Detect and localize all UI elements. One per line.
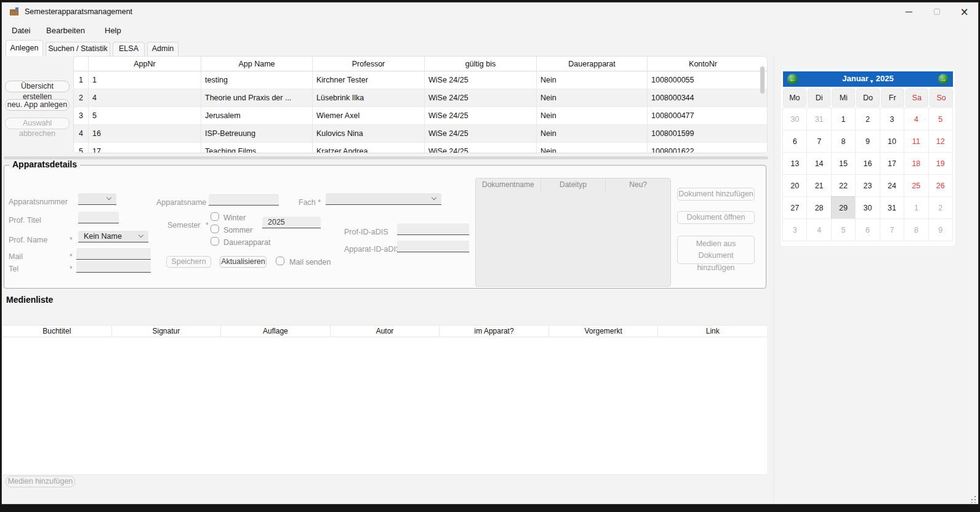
fach-combo[interactable] <box>326 193 441 205</box>
medien-hinzufuegen-button[interactable]: Medien hinzufügen <box>6 476 75 487</box>
semester-year-field[interactable] <box>262 217 321 228</box>
dauerapparat-radio[interactable] <box>211 237 219 246</box>
calendar-day[interactable]: 21 <box>806 174 831 197</box>
calendar-day[interactable]: 30 <box>782 108 807 130</box>
calendar-day[interactable]: 31 <box>880 196 904 219</box>
calendar-day[interactable]: 23 <box>855 174 880 197</box>
calendar-day[interactable]: 28 <box>806 196 831 219</box>
column-header-dauerapparat[interactable]: Dauerapparat <box>537 57 648 71</box>
calendar-day[interactable]: 15 <box>831 152 856 175</box>
calendar-day[interactable]: 4 <box>904 108 928 130</box>
column-header-kontonr[interactable]: KontoNr <box>648 57 758 71</box>
calendar-day[interactable]: 29 <box>831 196 856 219</box>
table-row[interactable]: 24Theorie und Praxis der ...Lüsebrink Il… <box>74 89 767 107</box>
calendar-day[interactable]: 10 <box>880 130 904 153</box>
media-column-autor[interactable]: Autor <box>331 326 440 337</box>
calendar-day[interactable]: 31 <box>806 108 831 130</box>
calendar-day[interactable]: 3 <box>880 108 904 130</box>
prof-titel-field[interactable] <box>78 212 119 223</box>
tab-elsa[interactable]: ELSA <box>113 42 145 56</box>
maximize-button[interactable] <box>923 2 950 21</box>
media-column-buchtitel[interactable]: Buchtitel <box>2 326 112 337</box>
calendar-month-year[interactable]: Januar▼2025 <box>842 74 893 84</box>
calendar-day[interactable]: 9 <box>855 130 880 153</box>
minimize-button[interactable] <box>895 2 923 21</box>
calendar-day[interactable]: 13 <box>782 152 807 175</box>
calendar-day[interactable]: 2 <box>855 108 880 130</box>
calendar-day[interactable]: 24 <box>880 174 904 197</box>
calendar-day[interactable]: 11 <box>904 130 928 153</box>
table-vertical-scrollbar[interactable] <box>760 66 765 94</box>
column-header-gueltig-bis[interactable]: gültig bis <box>425 57 537 71</box>
cancel-selection-button[interactable]: Auswahl abbrechen <box>5 118 70 129</box>
calendar-day[interactable]: 2 <box>928 196 953 219</box>
medien-aus-dokument-button[interactable]: Medien aus Dokument hinzufügen <box>677 236 755 264</box>
menu-help[interactable]: Help <box>102 25 124 36</box>
tab-admin[interactable]: Admin <box>147 42 179 56</box>
column-header-professor[interactable]: Professor <box>313 57 425 71</box>
calendar-day[interactable]: 5 <box>928 108 953 130</box>
calendar-day[interactable]: 18 <box>904 152 928 175</box>
calendar-day[interactable]: 19 <box>928 152 953 175</box>
calendar-day[interactable]: 4 <box>806 218 831 241</box>
dokument-oeffnen-button[interactable]: Dokument öffnen <box>677 211 755 224</box>
calendar-day[interactable]: 8 <box>904 218 928 241</box>
speichern-button[interactable]: Speichern <box>166 256 211 268</box>
calendar-day[interactable]: 16 <box>855 152 880 175</box>
calendar-day[interactable]: 14 <box>806 152 831 175</box>
tab-suchen-statistik[interactable]: Suchen / Statistik <box>46 42 110 56</box>
apparat-id-adis-field[interactable] <box>397 241 469 252</box>
apparatsname-field[interactable] <box>209 194 279 206</box>
calendar-day[interactable]: 25 <box>904 174 928 197</box>
media-column-signatur[interactable]: Signatur <box>112 326 222 337</box>
calendar-day[interactable]: 27 <box>782 196 807 219</box>
aktualisieren-button[interactable]: Aktualisieren <box>220 256 267 268</box>
table-row[interactable]: 35JerusalemWiemer AxelWiSe 24/25Nein1008… <box>74 107 767 125</box>
calendar-prev-button[interactable]: ← <box>787 74 798 84</box>
media-column-auflage[interactable]: Auflage <box>221 326 331 337</box>
calendar-day[interactable]: 7 <box>806 130 831 153</box>
calendar-day[interactable]: 22 <box>831 174 856 197</box>
table-row[interactable]: 517Teaching FilmsKratzer AndreaWiSe 24/2… <box>74 143 767 153</box>
column-header-app-name[interactable]: App Name <box>201 57 313 71</box>
calendar-day[interactable]: 7 <box>880 218 904 241</box>
table-row[interactable]: 416ISP-BetreuungKulovics NinaWiSe 24/25N… <box>74 125 767 143</box>
calendar-day[interactable]: 1 <box>831 108 856 130</box>
calendar-day[interactable]: 20 <box>782 174 807 197</box>
media-column-im-apparat[interactable]: im Apparat? <box>440 326 549 337</box>
calendar-day[interactable]: 9 <box>928 218 953 241</box>
calendar-month[interactable]: Januar <box>842 74 869 83</box>
calendar-day[interactable]: 30 <box>855 196 880 219</box>
calendar-next-button[interactable]: → <box>938 74 949 84</box>
menu-datei[interactable]: Datei <box>9 25 33 36</box>
new-app-button[interactable]: neu. App anlegen <box>5 99 70 111</box>
calendar-day[interactable]: 3 <box>782 218 807 241</box>
table-row[interactable]: 11testingKirchner TesterWiSe 24/25Nein10… <box>74 71 767 89</box>
calendar-day[interactable]: 6 <box>855 218 880 241</box>
tab-anlegen[interactable]: Anlegen <box>6 40 43 56</box>
calendar-day[interactable]: 26 <box>928 174 953 197</box>
media-column-link[interactable]: Link <box>658 326 767 337</box>
tel-field[interactable] <box>76 261 151 273</box>
mail-senden-checkbox[interactable] <box>276 257 284 265</box>
winter-radio[interactable] <box>211 212 219 221</box>
apparatsnummer-combo[interactable] <box>78 193 116 205</box>
media-column-vorgemerkt[interactable]: Vorgemerkt <box>549 326 659 337</box>
column-header-appnr[interactable]: AppNr <box>89 57 201 71</box>
calendar-day[interactable]: 6 <box>782 130 807 153</box>
create-overview-button[interactable]: Übersicht erstellen <box>5 81 70 92</box>
calendar-day[interactable]: 5 <box>831 218 856 241</box>
dokument-hinzufuegen-button[interactable]: Dokument hinzufügen <box>677 188 755 201</box>
menu-bearbeiten[interactable]: Bearbeiten <box>44 25 87 36</box>
calendar-day[interactable]: 1 <box>904 196 928 219</box>
close-button[interactable]: × <box>950 2 978 21</box>
calendar-day[interactable]: 17 <box>880 152 904 175</box>
calendar-day[interactable]: 8 <box>831 130 856 153</box>
sommer-radio[interactable] <box>211 225 219 233</box>
mail-field[interactable] <box>76 248 151 260</box>
calendar-day[interactable]: 12 <box>928 130 953 153</box>
calendar-year[interactable]: 2025 <box>876 74 894 83</box>
prof-id-adis-field[interactable] <box>397 223 469 235</box>
resize-grip[interactable] <box>969 495 976 503</box>
table-horizontal-scrollbar[interactable] <box>4 156 768 159</box>
